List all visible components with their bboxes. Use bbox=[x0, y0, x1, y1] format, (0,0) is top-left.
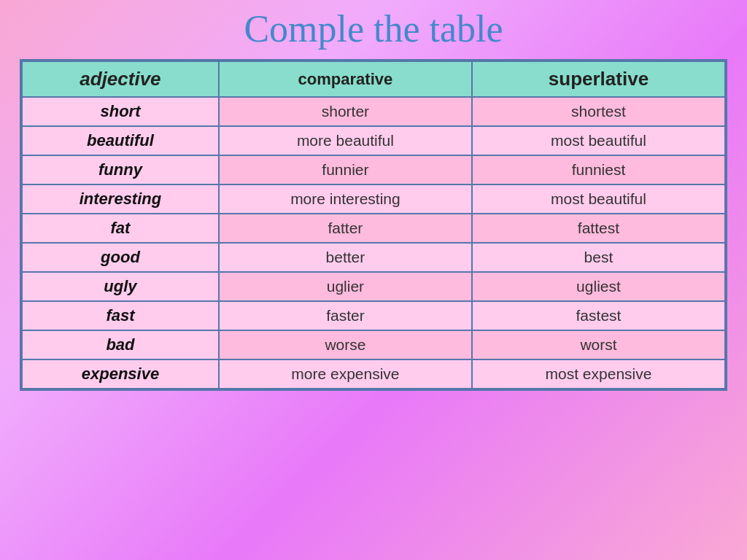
superlative-cell: fastest bbox=[472, 301, 725, 330]
comparative-cell: shorter bbox=[219, 97, 472, 126]
adjective-cell: bad bbox=[22, 330, 219, 359]
superlative-cell: best bbox=[472, 243, 725, 272]
adjective-cell: beautiful bbox=[22, 126, 219, 155]
adjective-cell: ugly bbox=[22, 272, 219, 301]
adjective-cell: good bbox=[22, 243, 219, 272]
superlative-cell: ugliest bbox=[472, 272, 725, 301]
comparative-cell: more beautiful bbox=[219, 126, 472, 155]
adjectives-table: adjective comparative superlative shorts… bbox=[21, 61, 726, 389]
table-row: expensivemore expensivemost expensive bbox=[22, 359, 725, 389]
superlative-cell: funniest bbox=[472, 155, 725, 184]
comparative-cell: faster bbox=[219, 301, 472, 330]
table-container: adjective comparative superlative shorts… bbox=[20, 59, 727, 391]
table-row: beautifulmore beautifulmost beautiful bbox=[22, 126, 725, 155]
adjective-cell: fat bbox=[22, 214, 219, 243]
table-row: shortshortershortest bbox=[22, 97, 725, 126]
table-row: funnyfunnierfunniest bbox=[22, 155, 725, 184]
superlative-cell: most beautiful bbox=[472, 184, 725, 214]
adjective-cell: short bbox=[22, 97, 219, 126]
header-adjective: adjective bbox=[22, 61, 219, 97]
table-header-row: adjective comparative superlative bbox=[22, 61, 725, 97]
adjective-cell: fast bbox=[22, 301, 219, 330]
table-row: uglyuglierugliest bbox=[22, 272, 725, 301]
adjective-cell: funny bbox=[22, 155, 219, 184]
table-row: badworseworst bbox=[22, 330, 725, 359]
table-row: fatfatterfattest bbox=[22, 214, 725, 243]
comparative-cell: more interesting bbox=[219, 184, 472, 214]
comparative-cell: fatter bbox=[219, 214, 472, 243]
adjective-cell: interesting bbox=[22, 184, 219, 214]
superlative-cell: worst bbox=[472, 330, 725, 359]
table-row: fastfasterfastest bbox=[22, 301, 725, 330]
table-row: goodbetterbest bbox=[22, 243, 725, 272]
superlative-cell: fattest bbox=[472, 214, 725, 243]
page-title: Comple the table bbox=[244, 7, 503, 50]
adjective-cell: expensive bbox=[22, 359, 219, 389]
header-comparative: comparative bbox=[219, 61, 472, 97]
superlative-cell: most beautiful bbox=[472, 126, 725, 155]
comparative-cell: funnier bbox=[219, 155, 472, 184]
comparative-cell: more expensive bbox=[219, 359, 472, 389]
superlative-cell: most expensive bbox=[472, 359, 725, 389]
comparative-cell: better bbox=[219, 243, 472, 272]
superlative-cell: shortest bbox=[472, 97, 725, 126]
comparative-cell: uglier bbox=[219, 272, 472, 301]
header-superlative: superlative bbox=[472, 61, 725, 97]
comparative-cell: worse bbox=[219, 330, 472, 359]
table-row: interestingmore interestingmost beautifu… bbox=[22, 184, 725, 214]
